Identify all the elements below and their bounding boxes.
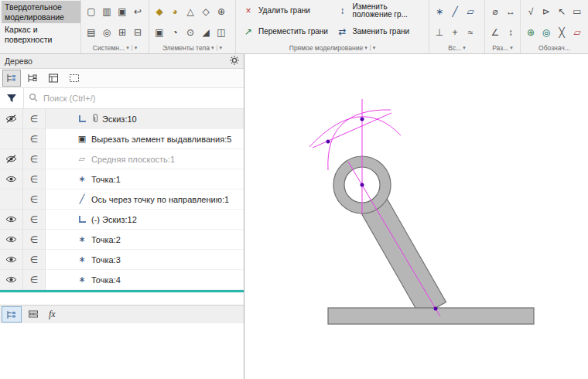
tolerance-frame-icon[interactable]: ▭ (569, 4, 585, 20)
tree-item-label[interactable]: Вырезать элемент выдавливания:5 (91, 135, 231, 144)
construction-point-icon[interactable]: ∗ (432, 4, 447, 20)
construction-point-base[interactable] (434, 307, 438, 311)
gear-icon[interactable] (230, 56, 239, 67)
tree-item-sketch-10[interactable]: ∈ Эскиз:10 (0, 109, 244, 129)
chevron-down-icon[interactable]: ▾ (126, 45, 129, 51)
tree-item-label[interactable]: Ось через точку по направлению:1 (91, 195, 229, 204)
copy-icon[interactable]: ⊞ (115, 24, 130, 40)
tree-structure-view-icon[interactable] (2, 70, 21, 87)
construction-axis-icon[interactable]: ╱ (447, 4, 463, 20)
linear-dimension-icon[interactable]: ↔ (503, 4, 518, 20)
section-line-icon[interactable]: ╳ (554, 24, 569, 40)
group-label-auxiliary[interactable]: Вс... ▾ (429, 43, 484, 53)
construction-plane-icon[interactable]: ▱ (463, 4, 478, 20)
group-label-designations[interactable]: Обознач... (521, 43, 588, 53)
chevron-down-icon[interactable]: ▾ (510, 45, 513, 51)
variables-tab-icon[interactable]: fx (45, 309, 56, 320)
visibility-toggle-visible[interactable] (0, 270, 23, 290)
visibility-toggle-hidden[interactable] (0, 109, 23, 129)
vertical-dimension-icon[interactable]: ↕ (503, 24, 518, 40)
composition-icon[interactable] (44, 70, 63, 87)
center-mark-icon[interactable]: ⊕ (523, 24, 538, 40)
execution-tree-tab-icon[interactable] (23, 306, 43, 323)
print-icon[interactable]: ▤ (84, 24, 99, 40)
tree-item-label[interactable]: Средняя плоскость:1 (91, 155, 175, 164)
diameter-dimension-icon[interactable]: ⌀ (487, 4, 503, 20)
note-icon[interactable]: ▱ (569, 24, 585, 40)
revolve-element-icon[interactable]: ◕ (167, 4, 183, 20)
undo-icon[interactable]: ↩ (130, 4, 145, 20)
loft-element-icon[interactable]: ◇ (198, 4, 214, 20)
tree-item-middle-plane-1[interactable]: ∈ ▱ Средняя плоскость:1 (0, 149, 244, 169)
spline-icon[interactable]: ≈ (463, 24, 478, 40)
open-document-icon[interactable]: ▥ (99, 4, 115, 20)
roughness-icon[interactable]: √ (523, 4, 538, 20)
group-label-system[interactable]: Системн... ▾ ▾ (81, 43, 149, 53)
delete-faces-button[interactable]: × Удалить грани (242, 1, 329, 21)
visibility-toggle-visible[interactable] (0, 210, 23, 230)
angle-dimension-icon[interactable]: ∠ (487, 24, 503, 40)
group-label-dimensions[interactable]: Раз... ▾ (485, 43, 520, 53)
tree-item-point-2[interactable]: ∈ ∗ Точка:2 (0, 230, 244, 250)
tree-item-label[interactable]: Точка:2 (91, 235, 121, 244)
model-canvas[interactable] (244, 54, 588, 379)
move-faces-button[interactable]: ↗ Переместить грани (242, 22, 329, 42)
sweep-element-icon[interactable]: △ (183, 4, 198, 20)
shell-icon[interactable]: ◫ (214, 24, 229, 40)
replace-faces-button[interactable]: ⇄ Заменить грани (337, 22, 423, 42)
cut-extrude-icon[interactable]: ▣ (152, 24, 167, 40)
rib-icon[interactable]: ◢ (198, 24, 214, 40)
paste-icon[interactable]: ⊟ (130, 24, 145, 40)
construction-point-top[interactable] (361, 118, 364, 121)
chevron-down-icon[interactable]: ▾ (135, 45, 138, 51)
tree-item-label[interactable]: Точка:1 (91, 175, 121, 184)
visibility-toggle-visible[interactable] (0, 250, 23, 270)
chevron-down-icon[interactable]: ▾ (211, 45, 214, 51)
tree-item-axis-through-point-1[interactable]: ∈ ╱ Ось через точку по направлению:1 (0, 190, 244, 210)
tree-item-point-1[interactable]: ∈ ∗ Точка:1 (0, 169, 244, 190)
chevron-down-icon[interactable]: ▾ (364, 45, 368, 51)
selection-frame-icon[interactable] (65, 70, 84, 87)
tree-item-label[interactable]: (-) Эскиз:12 (91, 215, 137, 224)
control-point-icon[interactable]: + (447, 24, 463, 40)
tree-sequence-view-icon[interactable] (23, 70, 42, 87)
tree-item-point-3[interactable]: ∈ ∗ Точка:3 (0, 250, 244, 270)
construction-arc-1[interactable] (309, 117, 401, 147)
datum-icon[interactable]: ⊳ (538, 4, 554, 20)
search-input[interactable] (42, 93, 244, 104)
save-icon[interactable]: ▣ (115, 4, 130, 20)
chevron-down-icon[interactable]: ▾ (220, 45, 223, 51)
model-base-plate-face[interactable] (328, 308, 534, 324)
chevron-down-icon[interactable]: ▾ (463, 45, 466, 51)
hole-icon[interactable]: ⊙ (183, 24, 198, 40)
chevron-down-icon[interactable]: ▾ (373, 45, 376, 51)
tab-wireframe-surfaces[interactable]: Каркас и поверхности (2, 23, 80, 46)
construction-point-ring-center[interactable] (361, 183, 364, 187)
change-face-position-button[interactable]: ↕ Изменить положение гр... (337, 1, 423, 21)
build-end-marker[interactable] (0, 290, 244, 292)
visibility-toggle-hidden[interactable] (0, 149, 23, 169)
visibility-toggle-visible[interactable] (0, 169, 23, 190)
model-viewport[interactable] (244, 54, 588, 379)
tree-item-label[interactable]: Эскиз:10 (102, 114, 137, 124)
fillet-icon[interactable]: ◔ (167, 24, 183, 40)
construction-point-left[interactable] (326, 140, 330, 144)
group-label-direct-modeling[interactable]: Прямое моделирование ▾ ▾ (236, 43, 429, 53)
boolean-operation-icon[interactable]: ⊕ (214, 4, 229, 20)
visibility-toggle-visible[interactable] (0, 230, 23, 250)
local-cs-icon[interactable]: ⊥ (432, 24, 447, 40)
tab-solid-modeling[interactable]: Твердотельное моделирование (2, 1, 80, 23)
tree-item-label[interactable]: Точка:4 (91, 275, 121, 285)
tree-item-point-4[interactable]: ∈ ∗ Точка:4 (0, 270, 244, 290)
leader-icon[interactable]: ↖ (554, 4, 569, 20)
group-label-body-elements[interactable]: Элементы тела ▾ ▾ (149, 43, 235, 53)
tree-item-sketch-12[interactable]: ∈ (-) Эскиз:12 (0, 210, 244, 230)
create-document-icon[interactable]: ▢ (84, 4, 99, 20)
model-tree-tab-icon[interactable] (2, 306, 22, 323)
tree-item-cut-extrusion-5[interactable]: ∈ ▣ Вырезать элемент выдавливания:5 (0, 129, 244, 149)
thread-designation-icon[interactable]: ◎ (538, 24, 554, 40)
preview-icon[interactable]: ◎ (99, 24, 115, 40)
extrude-element-icon[interactable]: ◆ (152, 4, 167, 20)
tree-item-label[interactable]: Точка:3 (91, 255, 121, 265)
filter-funnel-icon[interactable] (0, 88, 24, 108)
